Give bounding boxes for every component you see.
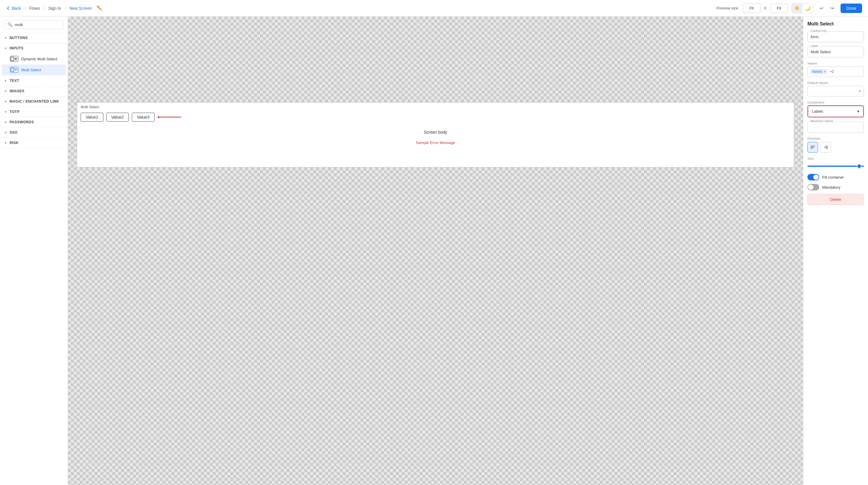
sidebar-item-multi-select[interactable]: Multi Select (2, 64, 66, 75)
component-select-arrow-icon: ▾ (857, 109, 860, 114)
values-group: Values Value1 ✕ +2 (807, 61, 864, 77)
value-chip-3[interactable]: Value3 (132, 113, 155, 121)
direction-group: Direction ¶ (807, 137, 864, 152)
max-values-input[interactable] (807, 121, 864, 133)
sidebar-section-passwords: ▼ PASSWORDS (0, 117, 68, 127)
left-sidebar: 🔍 ▼ BUTTONS ▼ INPUTS (0, 17, 68, 485)
screen-body-text: Screen body (77, 125, 794, 139)
preview-x-sep: X (764, 6, 767, 10)
section-label-images: IMAGES (9, 89, 24, 93)
chevron-down-icon-passwords: ▼ (4, 121, 7, 124)
section-label-passwords: PASSWORDS (9, 120, 34, 124)
mandatory-thumb (808, 184, 813, 190)
section-header-sso[interactable]: ▼ SSO (0, 127, 68, 138)
multi-select-label: Multi Select (21, 68, 41, 72)
light-theme-button[interactable]: ☀️ (792, 4, 802, 13)
chevron-down-icon: ▼ (4, 36, 7, 39)
section-header-text[interactable]: ▼ TEXT (0, 76, 68, 86)
nav-right: Preview size: X ☀️ 🌙 ↩ ↪ Done (716, 3, 862, 13)
search-input[interactable] (15, 23, 60, 27)
chevron-down-icon-inputs: ▼ (4, 47, 7, 50)
default-values-group: Default Values ▾ (807, 81, 864, 96)
section-label-totp: TOTP (9, 110, 20, 114)
sidebar-section-buttons: ▼ BUTTONS (0, 33, 68, 43)
direction-rtl-button[interactable] (820, 142, 831, 152)
svg-text:¶: ¶ (814, 145, 815, 147)
value-chip-1[interactable]: Value1 (81, 113, 103, 121)
size-slider[interactable] (807, 163, 864, 170)
section-header-totp[interactable]: ▼ TOTP (0, 107, 68, 117)
delete-button[interactable]: Delete (807, 194, 864, 205)
right-sidebar: Multi Select Context Key Label Values Va… (803, 17, 868, 485)
back-button[interactable]: Back (6, 6, 21, 11)
sidebar-section-magic: ▼ MAGIC / ENCHANTED LINK (0, 96, 68, 107)
direction-row: ¶ (807, 142, 864, 152)
chevron-down-icon-images: ▼ (4, 90, 7, 93)
value-tag-1-label: Value1 (812, 69, 823, 74)
back-label: Back (12, 6, 21, 11)
done-button[interactable]: Done (840, 4, 862, 13)
breadcrumb-signin[interactable]: Sign In (48, 6, 61, 11)
section-label-magic: MAGIC / ENCHANTED LINK (9, 99, 59, 104)
undo-button[interactable]: ↩ (817, 4, 826, 13)
edit-icon[interactable]: ✏️ (97, 5, 102, 11)
dark-theme-button[interactable]: 🌙 (802, 4, 813, 13)
section-header-magic[interactable]: ▼ MAGIC / ENCHANTED LINK (0, 96, 68, 107)
sep2: / (44, 6, 45, 11)
canvas-area[interactable]: Multi Select Value1 Value2 Value3 Screen… (68, 17, 803, 485)
sidebar-item-dynamic-multi-select[interactable]: Dynamic Multi Select (2, 54, 66, 64)
section-label-buttons: BUTTONS (9, 36, 28, 40)
section-header-images[interactable]: ▼ IMAGES (0, 86, 68, 96)
search-box: 🔍 (0, 17, 68, 33)
chevron-down-icon-sso: ▼ (4, 131, 7, 134)
dynamic-multi-select-label: Dynamic Multi Select (21, 57, 57, 61)
section-header-inputs[interactable]: ▼ INPUTS (0, 43, 68, 53)
section-label-text: TEXT (9, 79, 19, 83)
theme-toggle: ☀️ 🌙 (792, 3, 813, 13)
mandatory-label: Mandatory (822, 185, 840, 190)
breadcrumb-flows[interactable]: Flows (29, 6, 40, 11)
section-label-sso: SSO (9, 131, 18, 135)
top-nav: Back / Flows / Sign In / New Screen ✏️ P… (0, 0, 868, 17)
panel-title: Multi Select (807, 21, 864, 27)
section-header-buttons[interactable]: ▼ BUTTONS (0, 33, 68, 43)
chevron-down-icon-totp: ▼ (4, 110, 7, 114)
component-label: Component (807, 101, 864, 104)
fill-container-thumb (813, 174, 819, 180)
sidebar-section-sso: ▼ SSO (0, 127, 68, 138)
search-icon: 🔍 (7, 22, 12, 27)
label-group: Label (807, 47, 864, 57)
preview-width-input[interactable] (743, 4, 761, 13)
dynamic-multi-select-icon (10, 56, 18, 62)
value-tag-1[interactable]: Value1 ✕ (810, 69, 828, 74)
section-label-risk: RISK (9, 141, 19, 145)
component-select[interactable]: Labels ▾ (809, 107, 863, 116)
sidebar-section-images: ▼ IMAGES (0, 86, 68, 96)
value-chip-2[interactable]: Value2 (106, 113, 129, 121)
component-select-value: Labels (812, 109, 823, 114)
sidebar-section-text: ▼ TEXT (0, 76, 68, 86)
values-label: Values (807, 61, 864, 65)
dropdown-arrow-icon: ▾ (859, 89, 861, 93)
section-header-risk[interactable]: ▼ RISK (0, 138, 68, 148)
redo-button[interactable]: ↪ (828, 4, 837, 13)
fill-container-toggle[interactable] (807, 174, 819, 180)
value-tag-1-remove[interactable]: ✕ (824, 70, 826, 73)
mandatory-toggle[interactable] (807, 184, 819, 191)
size-label: Size (807, 157, 864, 160)
context-key-input[interactable] (807, 31, 864, 42)
svg-marker-8 (157, 116, 159, 119)
default-values-dropdown[interactable]: ▾ (807, 86, 864, 96)
values-plus-more: +2 (830, 69, 834, 74)
arrow-indicator (157, 114, 184, 120)
sep1: / (25, 6, 26, 11)
section-header-passwords[interactable]: ▼ PASSWORDS (0, 117, 68, 127)
component-group: Component Labels ▾ (807, 101, 864, 117)
size-group: Size (807, 157, 864, 170)
breadcrumb-newscreen[interactable]: New Screen (69, 6, 92, 11)
values-row: Value1 Value2 Value3 (77, 110, 794, 125)
section-label-inputs: INPUTS (9, 46, 23, 50)
label-input[interactable] (807, 47, 864, 57)
preview-height-input[interactable] (770, 4, 788, 13)
direction-ltr-button[interactable]: ¶ (807, 142, 818, 152)
